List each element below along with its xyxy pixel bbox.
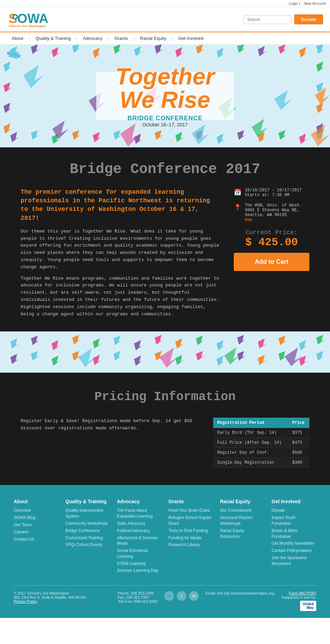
pricing-table: Registration Period Price Early Bird (Th…	[213, 418, 309, 468]
search-input[interactable]	[243, 15, 292, 24]
footer-copyright: © 2017 School's Out Washington	[14, 591, 111, 595]
top-bar: Login | New Account	[0, 0, 330, 7]
footer-email: Email: info [at] schoolsoutwashington.or…	[206, 591, 274, 595]
footer-link-research-library[interactable]: Research Library	[168, 542, 213, 548]
event-location: The HUB, Univ. of Wash.	[245, 203, 309, 208]
conference-body1: Our theme this year is Together We Rise.…	[21, 228, 220, 271]
footer-col-about: About Overview SOWA Blog Our Team Career…	[14, 499, 58, 575]
footer-link-overview[interactable]: Overview	[14, 508, 58, 513]
footer-link-bridge-conference[interactable]: Bridge Conference	[65, 528, 110, 534]
table-row: Single-Day Registration$300	[213, 458, 309, 468]
new-account-link[interactable]: New Account	[304, 1, 326, 5]
conference-sidebar: 📅 10/16/2017 – 10/17/2017 Starts at: 7:3…	[234, 188, 309, 318]
facebook-icon[interactable]: f	[177, 591, 186, 601]
calendar-icon: 📅	[234, 189, 241, 196]
svg-text:School's Out Washington: School's Out Washington	[9, 24, 46, 28]
footer-link-feed-brain[interactable]: Feed Your Brain Grant	[168, 508, 213, 513]
footer-link-refugee-grant[interactable]: Refugee School Impact Grant	[168, 515, 213, 527]
footer-link-qis[interactable]: Quality Improvement System	[65, 508, 110, 519]
linkedin-icon[interactable]: in	[189, 591, 199, 601]
footer-link-impact-youth[interactable]: Impact Youth Fundraiser	[272, 515, 316, 527]
pricing-table-container: Registration Period Price Early Bird (Th…	[213, 418, 309, 468]
logo-area: S OWA School's Out Washington	[7, 10, 52, 29]
pricing-title: Pricing Information	[21, 390, 309, 404]
footer-link-ypqi[interactable]: YPQI Cohort Events	[65, 542, 110, 548]
table-row: Register Day of Conf.$500	[213, 448, 309, 458]
table-row: Early Bird (Thr Sep. 14)$375	[213, 428, 309, 438]
hero-title-together: Together	[116, 65, 214, 88]
conference-intro: The premier conference for expanded lear…	[21, 188, 220, 223]
footer-link-racial-resources[interactable]: Racial Equity Resources	[220, 528, 265, 540]
price-label: Current Price:	[234, 229, 309, 236]
nav-get-involved[interactable]: Get Involved	[174, 32, 208, 44]
second-banner-svg	[0, 331, 330, 373]
footer-link-afterschool-meals[interactable]: Afterschool & Summer Meals	[117, 535, 162, 547]
nav-grants[interactable]: Grants	[110, 32, 133, 44]
login-link[interactable]: Login	[289, 1, 298, 5]
footer-link-stem[interactable]: STEM Learning	[117, 561, 162, 567]
event-date-info: 📅 10/16/2017 – 10/17/2017 Starts at: 7:3…	[234, 188, 309, 197]
header: S OWA School's Out Washington Donate	[0, 7, 330, 32]
sowa-logo[interactable]: S OWA School's Out Washington	[7, 10, 52, 29]
hero-banner: Together We Rise BRIDGE CONFERENCE Octob…	[0, 44, 330, 147]
price-amount: $ 425.00	[234, 236, 309, 249]
footer-bottom: © 2017 School's Out Washington 801 23rd …	[14, 585, 316, 611]
footer-form990-link[interactable]: Form 990 (PDF)	[289, 591, 316, 595]
footer-col-grants: Grants Feed Your Brain Grant Refugee Sch…	[168, 499, 213, 575]
footer-toll-free: Toll Free: 888.419.9300	[118, 599, 157, 603]
price-section: Current Price: $ 425.00 Add to Cart	[234, 229, 309, 271]
nav-about[interactable]: About	[7, 32, 28, 44]
second-banner	[0, 331, 330, 373]
footer-supported: Supported in part by:	[281, 595, 316, 599]
footer-address: 801 23rd Ave S, Suite A Seattle, WA 9814…	[14, 595, 111, 599]
conference-text: The premier conference for expanded lear…	[21, 188, 220, 318]
footer-get-involved-title: Get Involved	[272, 499, 316, 504]
footer-link-tools-funding[interactable]: Tools to Find Funding	[168, 528, 213, 534]
footer-link-facts-expanded[interactable]: The Facts About Expanded Learning	[117, 508, 162, 519]
footer-link-contact-us[interactable]: Contact Us	[14, 536, 58, 542]
donate-button[interactable]: Donate	[294, 14, 323, 24]
footer-col-get-involved: Get Involved Donate Impact Youth Fundrai…	[272, 499, 316, 575]
footer-grants-title: Grants	[168, 499, 213, 504]
nav-racial-equity[interactable]: Racial Equity	[135, 32, 171, 44]
hero-content: Together We Rise BRIDGE CONFERENCE Octob…	[116, 65, 214, 127]
footer-link-contact-policymakers[interactable]: Contact Policymakers	[272, 548, 316, 554]
search-donate-area: Donate	[243, 14, 323, 24]
footer-link-state-advocacy[interactable]: State Advocacy	[117, 521, 162, 527]
footer-link-our-commitment[interactable]: Our Commitment	[220, 508, 265, 513]
footer-link-newsletter[interactable]: Get Monthly Newsletter	[272, 541, 316, 546]
add-to-cart-button[interactable]: Add to Cart	[234, 253, 309, 271]
table-row: Full Price (After Sep. 14)$475	[213, 438, 309, 448]
footer-link-sowa-blog[interactable]: SOWA Blog	[14, 515, 58, 521]
footer-link-federal-advocacy[interactable]: Federal Advocacy	[117, 528, 162, 534]
footer-link-brews-bites[interactable]: Brews & Bites Fundraiser	[272, 528, 316, 540]
footer-link-donate[interactable]: Donate	[272, 508, 316, 513]
map-link[interactable]: map	[245, 217, 252, 222]
footer-link-our-team[interactable]: Our Team	[14, 522, 58, 528]
nav-quality-training[interactable]: Quality & Training	[31, 32, 76, 44]
footer-link-careers[interactable]: Careers	[14, 529, 58, 535]
footer: About Overview SOWA Blog Our Team Career…	[0, 485, 330, 618]
footer-col-quality: Quality & Training Quality Improvement S…	[65, 499, 110, 575]
hero-subtitle: BRIDGE CONFERENCE	[116, 115, 214, 122]
footer-link-customized-training[interactable]: Customized Training	[65, 535, 110, 541]
pricing-content: Register Early & Save! Registrations mad…	[21, 418, 309, 468]
footer-link-summer-learning[interactable]: Summer Learning Day	[117, 568, 162, 574]
footer-social-icons: 🐦 f in	[164, 591, 199, 601]
footer-link-sel[interactable]: Social Emotional Learning	[117, 548, 162, 560]
twitter-icon[interactable]: 🐦	[164, 591, 174, 601]
footer-link-sparkwind[interactable]: Join the Sparkwind Movement	[272, 555, 316, 567]
nav-advocacy[interactable]: Advocacy	[78, 32, 107, 44]
conference-body: The premier conference for expanded lear…	[21, 188, 309, 318]
footer-link-structural-racism[interactable]: Structural Racism Workshops	[220, 515, 265, 527]
footer-link-community-workshops[interactable]: Community Workshops	[65, 521, 110, 527]
footer-columns: About Overview SOWA Blog Our Team Career…	[14, 499, 316, 575]
conference-section: Bridge Conference 2017 The premier confe…	[0, 147, 330, 331]
footer-link-funding-meals[interactable]: Funding for Meals	[168, 535, 213, 541]
footer-col-racial-equity: Racial Equity Our Commitment Structural …	[220, 499, 265, 575]
svg-text:OWA: OWA	[17, 11, 48, 26]
pricing-col-price: Price	[288, 418, 309, 428]
footer-privacy-link[interactable]: Privacy Policy	[14, 599, 37, 603]
hero-title-rise: We Rise	[116, 88, 214, 111]
footer-copyright-area: © 2017 School's Out Washington 801 23rd …	[14, 591, 111, 603]
